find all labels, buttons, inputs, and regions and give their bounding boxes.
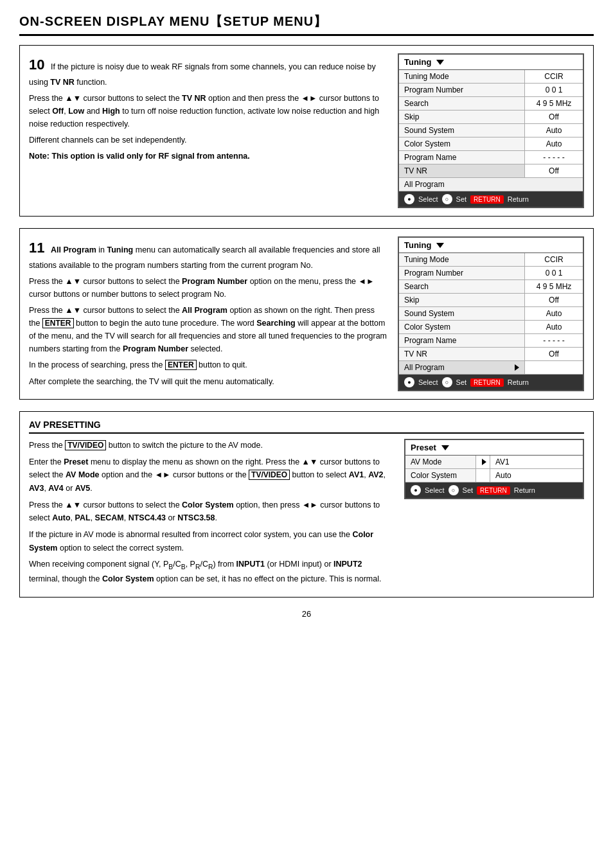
section-11-text: 11 All Program in Tuning menu can automa… — [29, 236, 387, 391]
menu-10-bottom: ● Select ○ Set RETURN Return — [399, 191, 583, 207]
menu-11-label-soundsystem: Sound System — [399, 307, 525, 320]
menu-11-label-skip: Skip — [399, 294, 525, 306]
av-p1: Press the TV/VIDEO button to switch the … — [29, 439, 394, 452]
menu-11-label-tuningmode: Tuning Mode — [399, 253, 525, 266]
menu-10-row-programnumber: Program Number 0 0 1 — [399, 84, 583, 97]
av-menu-row-colorsystem: Color System Auto — [405, 469, 583, 483]
menu-10-label-soundsystem: Sound System — [399, 124, 525, 137]
menu-11-label-colorsystem: Color System — [399, 321, 525, 333]
menu-10-value-tuningmode: CCIR — [525, 70, 583, 83]
av-menu-select-icon: ● — [411, 485, 421, 495]
menu-11-value-allprogram — [525, 361, 583, 374]
menu-11-label-allprogram: All Program — [399, 361, 525, 374]
menu-11-row-soundsystem: Sound System Auto — [399, 307, 583, 321]
page-number: 26 — [19, 609, 594, 619]
menu-10-value-programnumber: 0 0 1 — [525, 84, 583, 96]
menu-10-label-search: Search — [399, 97, 525, 110]
menu-11-label-tvnr: TV NR — [399, 348, 525, 360]
menu-10-row-allprogram: All Program — [399, 178, 583, 191]
av-menu-label-avmode: AV Mode — [405, 456, 476, 468]
menu-10-label-programnumber: Program Number — [399, 84, 525, 96]
menu-10-select-label: Select — [418, 195, 438, 203]
menu-11-select-label: Select — [418, 378, 438, 386]
section-10-note: Note: This option is valid only for RF s… — [29, 150, 387, 163]
section-10-p3: Different channels can be set independen… — [29, 134, 387, 146]
av-presetting-title: AV PRESETTING — [29, 420, 584, 434]
menu-11-label-programname: Program Name — [399, 334, 525, 347]
section-11-p4: In the process of searching, press the E… — [29, 359, 387, 371]
av-p2: Enter the Preset menu to display the men… — [29, 456, 394, 495]
menu-11-value-search: 4 9 5 MHz — [525, 280, 583, 293]
menu-11-return-text: Return — [508, 378, 529, 386]
menu-11-value-skip: Off — [525, 294, 583, 306]
av-menu-value-avmode: AV1 — [490, 456, 583, 468]
menu-11-value-programnumber: 0 0 1 — [525, 267, 583, 279]
menu-11-label-programnumber: Program Number — [399, 267, 525, 279]
menu-11-set-icon: ○ — [442, 377, 452, 387]
av-p3: Press the ▲▼ cursor buttons to select th… — [29, 499, 394, 525]
av-menu-title: Preset — [405, 440, 583, 456]
menu-10-label-programname: Program Name — [399, 151, 525, 164]
menu-10-title: Tuning — [399, 55, 583, 70]
av-menu-label-colorsystem: Color System — [405, 469, 476, 482]
section-11: 11 All Program in Tuning menu can automa… — [19, 228, 594, 400]
menu-11-row-programnumber: Program Number 0 0 1 — [399, 267, 583, 280]
menu-10-value-search: 4 9 5 MHz — [525, 97, 583, 110]
menu-10-label-skip: Skip — [399, 111, 525, 123]
av-menu-set-label: Set — [463, 486, 474, 494]
section-11-p1: All Program in Tuning menu can automatic… — [29, 245, 380, 270]
av-menu-row-avmode: AV Mode AV1 — [405, 456, 583, 469]
section-10-number: 10 — [29, 57, 44, 73]
menu-10-label-tvnr: TV NR — [399, 164, 525, 177]
section-10-p2: Press the ▲▼ cursor buttons to select th… — [29, 92, 387, 130]
menu-11-label-search: Search — [399, 280, 525, 293]
menu-10-return-label: RETURN — [470, 195, 504, 204]
menu-11-allprogram-arrow — [515, 364, 519, 371]
av-menu-return-label: RETURN — [477, 486, 510, 495]
av-menu-return-text: Return — [514, 486, 535, 494]
section-11-p5: After complete the searching, the TV wil… — [29, 375, 387, 388]
av-menu-select-label: Select — [425, 486, 445, 494]
av-menu-down-arrow — [441, 445, 449, 450]
menu-11-row-programname: Program Name - - - - - — [399, 334, 583, 348]
menu-10-down-arrow — [436, 60, 444, 65]
menu-11-bottom: ● Select ○ Set RETURN Return — [399, 375, 583, 390]
av-presetting-text: Press the TV/VIDEO button to switch the … — [29, 439, 394, 589]
section-av: AV PRESETTING Press the TV/VIDEO button … — [19, 411, 594, 598]
menu-11-value-tvnr: Off — [525, 348, 583, 360]
menu-10-return-text: Return — [508, 195, 529, 203]
av-p4: If the picture in AV mode is abnormal re… — [29, 528, 394, 554]
menu-10-value-tvnr: Off — [525, 164, 583, 177]
av-menu-arrow-avmode — [476, 456, 490, 468]
menu-11-row-allprogram: All Program — [399, 361, 583, 375]
menu-10-set-label: Set — [456, 195, 467, 203]
av-p5: When receiving component signal (Y, PB/C… — [29, 558, 394, 585]
menu-10-row-programname: Program Name - - - - - — [399, 151, 583, 164]
menu-11-value-programname: - - - - - — [525, 334, 583, 347]
menu-10-row-tvnr: TV NR Off — [399, 164, 583, 178]
menu-10-value-programname: - - - - - — [525, 151, 583, 164]
menu-10-row-soundsystem: Sound System Auto — [399, 124, 583, 137]
menu-10-row-tuningmode: Tuning Mode CCIR — [399, 70, 583, 84]
menu-10-set-icon: ○ — [442, 194, 452, 204]
menu-10-row-search: Search 4 9 5 MHz — [399, 97, 583, 111]
menu-11-value-colorsystem: Auto — [525, 321, 583, 333]
menu-11-row-skip: Skip Off — [399, 294, 583, 307]
menu-10-label-allprogram: All Program — [404, 180, 445, 189]
menu-11-value-soundsystem: Auto — [525, 307, 583, 320]
section-11-p3: Press the ▲▼ cursor buttons to select th… — [29, 304, 387, 355]
menu-10-row-colorsystem: Color System Auto — [399, 137, 583, 151]
av-menu-value-colorsystem: Auto — [490, 469, 583, 482]
av-menu-arrow-colorsystem — [476, 469, 490, 482]
menu-10-label-colorsystem: Color System — [399, 137, 525, 150]
menu-11-row-colorsystem: Color System Auto — [399, 321, 583, 334]
menu-10-value-colorsystem: Auto — [525, 137, 583, 150]
section-11-p2: Press the ▲▼ cursor buttons to select th… — [29, 275, 387, 301]
section-11-menu: Tuning Tuning Mode CCIR Program Number 0… — [398, 236, 584, 391]
av-menu-set-icon: ○ — [449, 485, 459, 495]
av-menu-bottom: ● Select ○ Set RETURN Return — [405, 483, 583, 498]
section-10-menu: Tuning Tuning Mode CCIR Program Number 0… — [398, 53, 584, 208]
av-menu: Preset AV Mode AV1 Color System Auto ● — [404, 439, 584, 589]
section-10-p1: If the picture is noisy due to weak RF s… — [29, 62, 376, 87]
menu-11-set-label: Set — [456, 378, 467, 386]
